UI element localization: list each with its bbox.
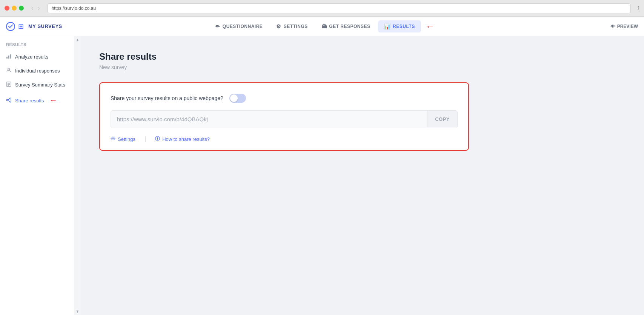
tab-settings[interactable]: ⚙ SETTINGS	[270, 20, 314, 32]
app-logo	[6, 22, 15, 31]
settings-link-icon	[111, 136, 115, 142]
tab-get-responses-label: GET RESPONSES	[329, 24, 370, 29]
page-title: Share results	[99, 51, 626, 62]
my-surveys-label[interactable]: MY SURVEYS	[28, 23, 62, 29]
preview-button[interactable]: 👁 PREVIEW	[610, 24, 638, 29]
individual-icon	[6, 68, 11, 74]
how-to-link-label: How to share results?	[162, 136, 210, 142]
nav-arrows: ‹ ›	[30, 4, 41, 12]
sidebar-section-label: RESULTS	[0, 36, 81, 50]
sidebar-item-individual-label: Individual responses	[15, 68, 60, 74]
link-divider: |	[144, 136, 146, 142]
sidebar-scrollbar[interactable]: ▲ ▼	[74, 36, 81, 315]
share-toggle[interactable]	[229, 94, 246, 103]
gear-icon: ⚙	[276, 23, 281, 29]
traffic-lights	[5, 6, 24, 11]
settings-link-label: Settings	[118, 136, 135, 142]
tab-results[interactable]: 📊 RESULTS	[378, 20, 421, 32]
analyze-icon	[6, 54, 11, 60]
share-icon	[6, 97, 11, 104]
sidebar-item-analyze-label: Analyze results	[15, 54, 48, 60]
svg-point-4	[8, 68, 10, 70]
responses-icon: 🏔	[321, 23, 327, 29]
share-bottom-links: Settings | How to share results?	[111, 136, 458, 142]
content-area: Share results New survey Share your surv…	[81, 36, 644, 315]
url-field-row: COPY	[111, 110, 458, 128]
sidebar-item-share[interactable]: Share results ←	[0, 92, 81, 109]
tab-results-label: RESULTS	[393, 24, 415, 29]
share-arrow-annotation: ←	[49, 96, 58, 105]
svg-point-9	[9, 98, 11, 99]
logo-area: ⊞ MY SURVEYS	[6, 22, 74, 31]
sidebar-item-individual[interactable]: Individual responses	[0, 64, 81, 78]
url-input[interactable]	[111, 111, 427, 128]
back-button[interactable]: ‹	[30, 4, 35, 12]
svg-point-14	[112, 138, 114, 139]
tab-questionnaire-label: QUESTIONNAIRE	[223, 24, 263, 29]
copy-button[interactable]: COPY	[427, 111, 457, 127]
main-layout: RESULTS Analyze results Individual respo…	[0, 36, 644, 315]
url-text: https://survio.do.co.au	[52, 6, 96, 11]
sidebar-item-share-label: Share results	[15, 98, 44, 103]
sidebar-item-analyze[interactable]: Analyze results	[0, 50, 81, 64]
share-icon: ⤴	[637, 5, 639, 11]
settings-link[interactable]: Settings	[111, 136, 135, 142]
svg-rect-3	[10, 54, 11, 59]
header-right: 👁 PREVIEW	[570, 24, 638, 29]
how-to-link-icon	[155, 136, 160, 142]
tab-questionnaire[interactable]: ✏ QUESTIONNAIRE	[209, 20, 269, 32]
toggle-knob	[230, 94, 238, 102]
nav-tabs: ✏ QUESTIONNAIRE ⚙ SETTINGS 🏔 GET RESPONS…	[74, 20, 570, 32]
sidebar-item-summary-label: Survey Summary Stats	[15, 82, 65, 88]
share-toggle-row: Share your survey results on a public we…	[111, 94, 458, 103]
tab-get-responses[interactable]: 🏔 GET RESPONSES	[315, 20, 377, 32]
close-button[interactable]	[5, 6, 9, 11]
forward-button[interactable]: ›	[36, 4, 41, 12]
svg-point-16	[157, 139, 158, 140]
sidebar: RESULTS Analyze results Individual respo…	[0, 36, 81, 315]
chart-icon: 📊	[384, 23, 391, 29]
maximize-button[interactable]	[19, 6, 24, 11]
address-bar[interactable]: https://survio.do.co.au	[48, 3, 631, 13]
pencil-icon: ✏	[215, 23, 220, 29]
svg-line-12	[8, 99, 10, 100]
scroll-up-icon[interactable]: ▲	[76, 38, 80, 42]
browser-chrome: ‹ › https://survio.do.co.au ⤴	[0, 0, 644, 17]
svg-point-11	[9, 101, 11, 102]
my-surveys-grid-icon: ⊞	[18, 22, 24, 31]
summary-icon	[6, 82, 11, 88]
preview-label: PREVIEW	[617, 24, 638, 29]
results-arrow-annotation: ←	[426, 21, 435, 32]
page-subtitle: New survey	[99, 64, 626, 70]
app-header: ⊞ MY SURVEYS ✏ QUESTIONNAIRE ⚙ SETTINGS …	[0, 17, 644, 36]
browser-actions: ⤴	[637, 5, 639, 11]
how-to-link[interactable]: How to share results?	[155, 136, 210, 142]
eye-icon: 👁	[610, 24, 615, 29]
scroll-down-icon[interactable]: ▼	[76, 309, 80, 313]
share-panel: Share your survey results on a public we…	[99, 82, 469, 151]
svg-line-13	[8, 100, 10, 101]
tab-settings-label: SETTINGS	[284, 24, 308, 29]
svg-point-10	[6, 99, 8, 101]
minimize-button[interactable]	[12, 6, 17, 11]
share-toggle-label: Share your survey results on a public we…	[111, 95, 223, 101]
sidebar-item-summary[interactable]: Survey Summary Stats	[0, 78, 81, 92]
svg-rect-2	[8, 56, 9, 59]
svg-rect-1	[6, 57, 8, 59]
